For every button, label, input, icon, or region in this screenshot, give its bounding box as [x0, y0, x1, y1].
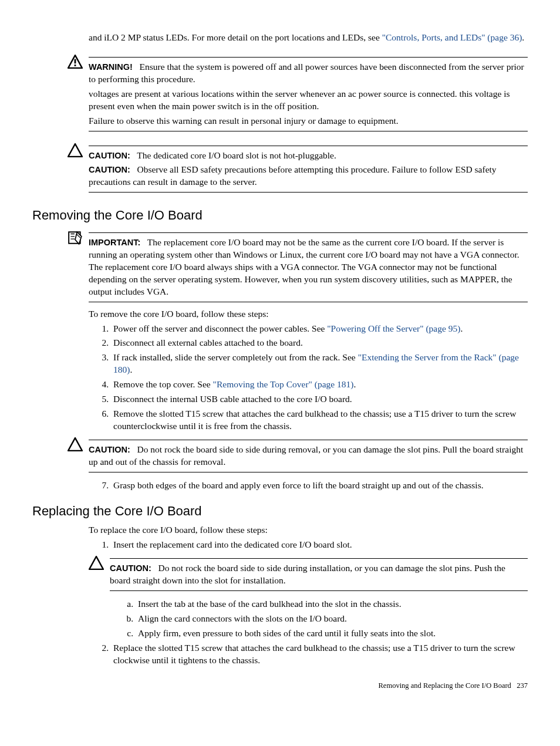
link-top-cover[interactable]: "Removing the Top Cover" (page 181) [213, 379, 354, 389]
remove-step-3: If rack installed, slide the server comp… [111, 352, 528, 376]
important-block: IMPORTANT: The replacement core I/O boar… [68, 229, 528, 306]
caution1-p: CAUTION: The dedicated core I/O board sl… [89, 150, 528, 162]
svg-rect-0 [75, 59, 76, 64]
important-icon [68, 230, 85, 249]
divider [89, 440, 528, 440]
important-label: IMPORTANT: [89, 238, 140, 247]
footer-text: Removing and Replacing the Core I/O Boar… [379, 681, 511, 690]
divider [89, 131, 528, 131]
caution-block-1: CAUTION: The dedicated core I/O board sl… [68, 142, 528, 197]
remove-step-5: Disconnect the internal USB cable attach… [111, 393, 528, 406]
caution-icon [68, 437, 85, 455]
caution-label: CAUTION: [89, 165, 130, 174]
footer-page: 237 [517, 681, 528, 690]
remove-steps: Power off the server and disconnect the … [89, 323, 528, 433]
caution-block-removal: CAUTION: Do not rock the board side to s… [89, 436, 528, 476]
warning-label: WARNING! [89, 62, 133, 72]
replace-substeps: Insert the tab at the base of the card b… [113, 598, 528, 640]
page-footer: Removing and Replacing the Core I/O Boar… [32, 681, 528, 691]
remove-step-6: Remove the slotted T15 screw that attach… [111, 408, 528, 433]
svg-rect-1 [75, 65, 76, 66]
divider [89, 146, 528, 146]
caution2-p: CAUTION: Observe all ESD safety precauti… [89, 164, 528, 188]
divider [110, 558, 528, 559]
intro-text: and iLO 2 MP status LEDs. For more detai… [89, 32, 382, 42]
intro-tail: . [522, 32, 524, 42]
warning-block: WARNING! Ensure that the system is power… [68, 53, 528, 135]
caution-icon [89, 556, 106, 573]
warning-p1: WARNING! Ensure that the system is power… [89, 61, 528, 86]
caution-removal-p: CAUTION: Do not rock the board side to s… [89, 444, 528, 468]
warning-icon [68, 55, 85, 72]
remove-steps-cont: Grasp both edges of the board and apply … [89, 480, 528, 492]
replace-lead: To replace the core I/O board, follow th… [89, 524, 528, 536]
remove-step-7: Grasp both edges of the board and apply … [111, 480, 528, 492]
replace-sub-c: Apply firm, even pressure to both sides … [136, 627, 528, 640]
caution-icon [68, 143, 85, 161]
heading-removing: Removing the Core I/O Board [32, 207, 528, 224]
link-power-off[interactable]: "Powering Off the Server" (page 95) [327, 323, 460, 333]
divider [89, 192, 528, 193]
warning-p2: voltages are present at various location… [89, 88, 528, 113]
caution-label: CAUTION: [89, 445, 130, 454]
warning-p3: Failure to observe this warning can resu… [89, 115, 528, 127]
replace-step-1: Insert the replacement card into the ded… [111, 539, 528, 640]
remove-step-1: Power off the server and disconnect the … [111, 323, 528, 335]
divider [110, 590, 528, 591]
divider [89, 302, 528, 302]
important-p: IMPORTANT: The replacement core I/O boar… [89, 237, 528, 298]
intro-paragraph: and iLO 2 MP status LEDs. For more detai… [89, 32, 528, 44]
divider [89, 57, 528, 58]
heading-replacing: Replacing the Core I/O Board [32, 502, 528, 520]
remove-step-2: Disconnect all external cables attached … [111, 337, 528, 349]
divider [89, 232, 528, 233]
replace-steps: Insert the replacement card into the ded… [89, 539, 528, 666]
caution-label: CAUTION: [110, 563, 151, 573]
remove-lead: To remove the core I/O board, follow the… [89, 308, 528, 320]
remove-step-4: Remove the top cover. See "Removing the … [111, 379, 528, 391]
replace-step-2: Replace the slotted T15 screw that attac… [111, 642, 528, 667]
caution-install-p: CAUTION: Do not rock the board side to s… [110, 562, 528, 587]
divider [89, 472, 528, 472]
intro-link[interactable]: "Controls, Ports, and LEDs" (page 36) [382, 32, 522, 42]
replace-sub-a: Insert the tab at the base of the card b… [136, 598, 528, 610]
caution-label: CAUTION: [89, 151, 130, 160]
replace-sub-b: Align the card connectors with the slots… [136, 613, 528, 625]
caution-block-install: CAUTION: Do not rock the board side to s… [89, 555, 528, 595]
